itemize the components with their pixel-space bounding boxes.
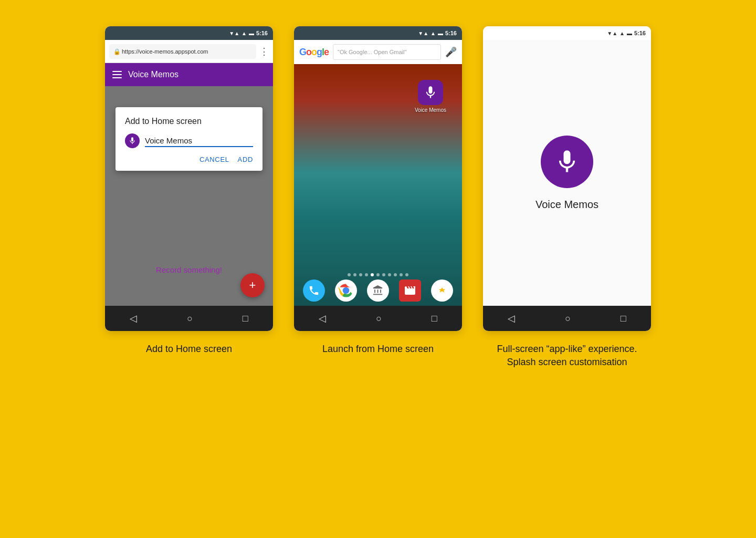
caption1: Add to Home screen [105, 343, 273, 356]
dock-phone-svg [308, 285, 320, 296]
dock-chrome-icon[interactable] [335, 280, 357, 302]
dot-5 [376, 273, 380, 276]
dock-video-svg [404, 284, 416, 297]
dialog-add-button[interactable]: ADD [238, 156, 253, 163]
wifi-icon: ▲ [620, 30, 625, 36]
caption3: Full-screen “app-like” experience.Splash… [483, 343, 651, 369]
phone1-app-bar: Voice Memos [105, 63, 273, 86]
phone2-status-bar: ▼▲ ▲ ▬ 5:16 [294, 26, 462, 40]
splash-mic-svg [553, 148, 581, 175]
dialog-input-row [125, 133, 253, 148]
dock [294, 277, 462, 304]
dock-launcher-svg [372, 285, 384, 296]
phone1-status-bar: ▼▲ ▲ ▬ 5:16 [105, 26, 273, 40]
phone2-wallpaper: Voice Memos [294, 64, 462, 306]
phone3-frame: ▼▲ ▲ ▬ 5:16 Voice Memos ◁ ○ □ [483, 26, 651, 331]
add-to-home-dialog: Add to Home screen CANCEL ADD [116, 107, 262, 171]
signal-icon: ▼▲ [607, 30, 617, 36]
record-text: Record something! [156, 265, 222, 274]
dialog-mic-icon [125, 133, 140, 148]
phone1-frame: ▼▲ ▲ ▬ 5:16 🔒 https://voice-memos.appspo… [105, 26, 273, 331]
phone2-container: ▼▲ ▲ ▬ 5:16 Google "Ok Google... Open Gm… [294, 26, 462, 331]
dot-2 [359, 273, 362, 276]
phone3-splash-content: Voice Memos [483, 40, 651, 306]
signal-icon: ▼▲ [418, 30, 428, 36]
caption2: Launch from Home screen [294, 343, 462, 356]
dialog-title: Add to Home screen [125, 117, 253, 126]
svg-point-0 [343, 287, 350, 294]
hamburger-icon[interactable] [112, 71, 122, 78]
phone2-time: 5:16 [445, 30, 457, 36]
home-icon[interactable]: ○ [565, 313, 571, 324]
dock-photos-svg [434, 283, 450, 298]
dot-9 [400, 273, 403, 276]
google-mic-icon[interactable]: 🎤 [445, 46, 457, 58]
splash-mic-icon [541, 136, 593, 188]
fab-button[interactable]: + [240, 273, 265, 297]
phone2-frame: ▼▲ ▲ ▬ 5:16 Google "Ok Google... Open Gm… [294, 26, 462, 331]
mic-svg-small [128, 137, 136, 145]
captions-row: Add to Home screen Launch from Home scre… [0, 343, 756, 369]
wifi-icon: ▲ [242, 30, 247, 36]
recents-icon[interactable]: □ [432, 313, 437, 324]
home-app-mic-svg [423, 85, 438, 100]
phone3-status-icons: ▼▲ ▲ ▬ 5:16 [607, 30, 646, 36]
phones-row: ▼▲ ▲ ▬ 5:16 🔒 https://voice-memos.appspo… [105, 26, 651, 331]
dot-3 [365, 273, 368, 276]
dot-8 [394, 273, 397, 276]
wifi-icon: ▲ [430, 30, 436, 36]
phone1-chrome-bar: 🔒 https://voice-memos.appspot.com ⋮ [105, 40, 273, 63]
google-search-input[interactable]: "Ok Google... Open Gmail" [333, 44, 441, 60]
chrome-menu-icon[interactable]: ⋮ [259, 46, 269, 57]
back-icon[interactable]: ◁ [130, 313, 137, 324]
home-app-voice-memos[interactable]: Voice Memos [415, 80, 446, 113]
phone3-container: ▼▲ ▲ ▬ 5:16 Voice Memos ◁ ○ □ [483, 26, 651, 331]
phone1-nav-bar: ◁ ○ □ [105, 306, 273, 331]
search-placeholder: "Ok Google... Open Gmail" [338, 49, 406, 55]
dock-chrome-svg [338, 283, 354, 298]
phone1-time: 5:16 [256, 30, 268, 36]
phone2-nav-bar: ◁ ○ □ [294, 306, 462, 331]
battery-icon: ▬ [627, 30, 632, 36]
splash-app-name: Voice Memos [536, 199, 598, 211]
home-app-icon-circle [418, 80, 443, 105]
phone3-time: 5:16 [634, 30, 646, 36]
url-text: https://voice-memos.appspot.com [122, 48, 208, 55]
phone2-search-bar: Google "Ok Google... Open Gmail" 🎤 [294, 40, 462, 64]
dot-0 [348, 273, 351, 276]
dot-4 [371, 273, 374, 276]
page-dots [348, 273, 408, 276]
back-icon[interactable]: ◁ [508, 313, 515, 324]
dock-launcher-icon[interactable] [367, 280, 389, 302]
dialog-cancel-button[interactable]: CANCEL [200, 156, 229, 163]
phone1-content: Add to Home screen CANCEL ADD [105, 86, 273, 306]
back-icon[interactable]: ◁ [319, 313, 326, 324]
dot-1 [353, 273, 356, 276]
dot-6 [382, 273, 385, 276]
chrome-url-bar[interactable]: 🔒 https://voice-memos.appspot.com [109, 44, 256, 59]
phone1-status-icons: ▼▲ ▲ ▬ 5:16 [229, 30, 268, 36]
fab-plus-icon: + [249, 278, 256, 292]
phone3-nav-bar: ◁ ○ □ [483, 306, 651, 331]
dock-photos-icon[interactable] [431, 280, 453, 302]
app-bar-title: Voice Memos [128, 70, 178, 79]
dock-video-icon[interactable] [399, 280, 421, 302]
dialog-buttons: CANCEL ADD [125, 156, 253, 165]
home-icon[interactable]: ○ [376, 313, 382, 324]
google-logo: Google [299, 47, 329, 58]
battery-icon: ▬ [249, 30, 254, 36]
signal-icon: ▼▲ [229, 30, 239, 36]
lock-icon: 🔒 [113, 48, 120, 55]
phone2-status-icons: ▼▲ ▲ ▬ 5:16 [418, 30, 457, 36]
recents-icon[interactable]: □ [621, 313, 626, 324]
home-icon[interactable]: ○ [187, 313, 193, 324]
dock-phone-icon[interactable] [303, 280, 325, 302]
recents-icon[interactable]: □ [243, 313, 248, 324]
battery-icon: ▬ [438, 30, 443, 36]
phone1-container: ▼▲ ▲ ▬ 5:16 🔒 https://voice-memos.appspo… [105, 26, 273, 331]
home-app-label: Voice Memos [415, 107, 446, 113]
dot-10 [405, 273, 408, 276]
phone3-status-bar: ▼▲ ▲ ▬ 5:16 [483, 26, 651, 40]
dialog-name-input[interactable] [145, 135, 253, 147]
dot-7 [388, 273, 391, 276]
